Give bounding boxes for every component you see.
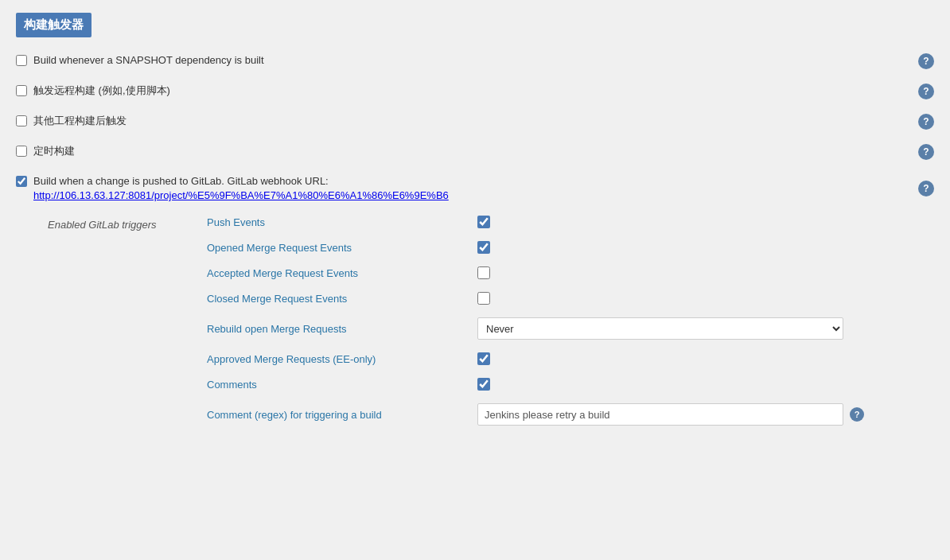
- gitlab-label-container: Build when a change is pushed to GitLab.…: [33, 174, 918, 203]
- remote-checkbox[interactable]: [16, 85, 27, 96]
- push-events-label: Push Events: [207, 216, 477, 228]
- scheduled-help-icon[interactable]: ?: [918, 144, 934, 160]
- closed-merge-checkbox[interactable]: [477, 292, 490, 305]
- accepted-merge-checkbox[interactable]: [477, 266, 490, 279]
- remote-label: 触发远程构建 (例如,使用脚本): [33, 84, 170, 98]
- closed-merge-label: Closed Merge Request Events: [207, 293, 477, 305]
- snapshot-label: Build whenever a SNAPSHOT dependency is …: [33, 53, 264, 68]
- trigger-table: Push Events Opened Merge Request Events …: [207, 216, 934, 438]
- remote-help-icon[interactable]: ?: [918, 84, 934, 99]
- comments-checkbox[interactable]: [477, 378, 490, 391]
- closed-merge-control: [477, 292, 490, 305]
- push-events-checkbox[interactable]: [477, 216, 490, 228]
- trigger-row-snapshot: Build whenever a SNAPSHOT dependency is …: [16, 52, 934, 71]
- approved-merge-row: Approved Merge Requests (EE-only): [207, 352, 934, 365]
- rebuild-merge-control: Never On push to source branch On push t…: [477, 317, 843, 340]
- snapshot-help-icon[interactable]: ?: [918, 53, 934, 69]
- page-container: 构建触发器 Build whenever a SNAPSHOT dependen…: [0, 0, 950, 560]
- approved-merge-label: Approved Merge Requests (EE-only): [207, 353, 477, 365]
- comments-label: Comments: [207, 379, 477, 391]
- opened-merge-label: Opened Merge Request Events: [207, 242, 477, 254]
- comment-regex-help-icon[interactable]: ?: [850, 407, 864, 422]
- gitlab-help-icon[interactable]: ?: [918, 181, 934, 196]
- trigger-row-remote: 触发远程构建 (例如,使用脚本) ?: [16, 82, 934, 101]
- push-events-row: Push Events: [207, 216, 934, 228]
- trigger-row-scheduled: 定时构建 ?: [16, 142, 934, 161]
- comment-regex-label: Comment (regex) for triggering a build: [207, 409, 477, 421]
- other-projects-label: 其他工程构建后触发: [33, 114, 127, 128]
- push-events-control: [477, 216, 490, 228]
- opened-merge-checkbox[interactable]: [477, 241, 490, 254]
- comment-regex-input[interactable]: [477, 403, 843, 426]
- accepted-merge-row: Accepted Merge Request Events: [207, 266, 934, 279]
- comment-regex-row: Comment (regex) for triggering a build ?: [207, 403, 934, 426]
- other-projects-checkbox[interactable]: [16, 115, 27, 126]
- comment-regex-control: ?: [477, 403, 864, 426]
- gitlab-triggers-container: Enabled GitLab triggers Push Events Open…: [48, 216, 934, 438]
- comments-row: Comments: [207, 378, 934, 391]
- other-help-icon[interactable]: ?: [918, 114, 934, 130]
- rebuild-merge-select[interactable]: Never On push to source branch On push t…: [477, 317, 843, 340]
- enabled-gitlab-triggers-label: Enabled GitLab triggers: [48, 219, 175, 231]
- rebuild-merge-row: Rebuild open Merge Requests Never On pus…: [207, 317, 934, 340]
- section-title: 构建触发器: [16, 13, 91, 37]
- comments-control: [477, 378, 490, 391]
- approved-merge-checkbox[interactable]: [477, 352, 490, 365]
- scheduled-checkbox[interactable]: [16, 146, 27, 157]
- rebuild-merge-label: Rebuild open Merge Requests: [207, 323, 477, 335]
- opened-merge-row: Opened Merge Request Events: [207, 241, 934, 254]
- accepted-merge-control: [477, 266, 490, 279]
- trigger-row-other: 其他工程构建后触发 ?: [16, 112, 934, 131]
- approved-merge-control: [477, 352, 490, 365]
- gitlab-webhook-url[interactable]: http://106.13.63.127:8081/project/%E5%9F…: [33, 189, 449, 201]
- gitlab-checkbox[interactable]: [16, 176, 27, 187]
- trigger-row-gitlab: Build when a change is pushed to GitLab.…: [16, 173, 934, 204]
- snapshot-checkbox[interactable]: [16, 55, 27, 66]
- accepted-merge-label: Accepted Merge Request Events: [207, 267, 477, 279]
- closed-merge-row: Closed Merge Request Events: [207, 292, 934, 305]
- scheduled-label: 定时构建: [33, 144, 75, 158]
- gitlab-label: Build when a change is pushed to GitLab.…: [33, 175, 449, 201]
- opened-merge-control: [477, 241, 490, 254]
